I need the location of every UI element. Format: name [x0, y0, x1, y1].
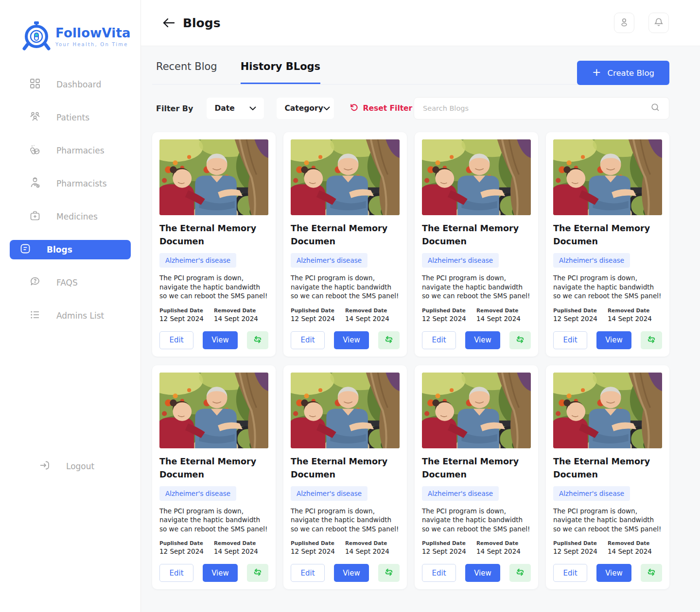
- blog-card-photo: [553, 373, 662, 448]
- view-button[interactable]: View: [334, 564, 369, 582]
- blog-card-actions: Edit View: [291, 331, 400, 349]
- category-dropdown-value: Category: [284, 104, 323, 113]
- blog-card-actions: Edit View: [291, 564, 400, 582]
- view-button[interactable]: View: [465, 564, 500, 582]
- sidebar-item-pharmacists[interactable]: Pharmacists: [10, 174, 131, 193]
- edit-button[interactable]: Edit: [159, 331, 193, 349]
- edit-button[interactable]: Edit: [291, 331, 325, 349]
- blog-description: The PCI program is down, navigate the ha…: [553, 273, 662, 301]
- removed-date-value: 14 Sept 2024: [476, 315, 531, 323]
- blog-card: The Eternal Memory Documen Alzheimer's d…: [152, 132, 276, 357]
- logo: FollowVita Your Health, On Time: [0, 0, 140, 52]
- edit-button[interactable]: Edit: [159, 564, 193, 582]
- sidebar-item-admins-list[interactable]: Admins List: [10, 306, 131, 325]
- view-button[interactable]: View: [465, 331, 500, 349]
- blog-dates: Puplished Date 12 Sept 2024 Removed Date…: [553, 540, 662, 555]
- restore-button[interactable]: [378, 564, 400, 582]
- sidebar-item-dashboard[interactable]: Dashboard: [10, 75, 131, 94]
- restore-button[interactable]: [247, 331, 268, 349]
- blog-description: The PCI program is down, navigate the ha…: [422, 273, 531, 301]
- blog-description: The PCI program is down, navigate the ha…: [159, 507, 268, 534]
- bell-icon: [653, 17, 664, 29]
- restore-button[interactable]: [641, 564, 662, 582]
- sidebar-item-blogs[interactable]: Blogs: [10, 240, 131, 259]
- sidebar: FollowVita Your Health, On Time Dashboar…: [0, 0, 141, 612]
- logout-icon: [39, 459, 51, 473]
- restore-button[interactable]: [378, 331, 400, 349]
- tab-history-blogs[interactable]: History BLogs: [241, 61, 320, 84]
- tab-recent-blog[interactable]: Recent Blog: [156, 61, 217, 84]
- sidebar-item-label: Admins List: [56, 311, 104, 321]
- date-filter-dropdown[interactable]: Date: [207, 98, 264, 119]
- brand-name: FollowVita: [55, 26, 131, 40]
- blog-dates: Puplished Date 12 Sept 2024 Removed Date…: [422, 540, 531, 555]
- view-button[interactable]: View: [203, 564, 238, 582]
- blog-dates: Puplished Date 12 Sept 2024 Removed Date…: [291, 540, 400, 555]
- create-blog-button[interactable]: + Create Blog: [577, 61, 669, 85]
- search-box: [414, 97, 669, 119]
- sidebar-item-medicines[interactable]: Medicines: [10, 207, 131, 226]
- edit-button[interactable]: Edit: [553, 564, 587, 582]
- edit-button[interactable]: Edit: [422, 331, 456, 349]
- restore-button[interactable]: [509, 564, 531, 582]
- magnifier-icon[interactable]: [650, 102, 660, 114]
- back-arrow-icon[interactable]: [162, 17, 175, 29]
- blog-title: The Eternal Memory Documen: [422, 222, 531, 248]
- restore-button[interactable]: [509, 331, 531, 349]
- view-button[interactable]: View: [334, 331, 369, 349]
- sidebar-item-logout[interactable]: Logout: [19, 457, 94, 476]
- blog-card-photo: [159, 139, 268, 215]
- admins-list-icon: [29, 309, 41, 323]
- medicine-bag-icon: [29, 210, 41, 223]
- sidebar-item-label: Logout: [66, 461, 94, 471]
- removed-date-label: Removed Date: [345, 307, 400, 313]
- view-button[interactable]: View: [596, 331, 631, 349]
- blog-grid: The Eternal Memory Documen Alzheimer's d…: [152, 132, 669, 589]
- sidebar-item-pharmacies[interactable]: Pharmacies: [10, 141, 131, 160]
- removed-date-value: 14 Sept 2024: [345, 315, 400, 323]
- blog-category-tag: Alzheimer's disease: [553, 486, 630, 501]
- search-input[interactable]: [423, 104, 650, 112]
- blog-card-photo: [159, 373, 268, 448]
- repeat-arrows-icon: [384, 567, 394, 579]
- blog-card: The Eternal Memory Documen Alzheimer's d…: [546, 365, 669, 590]
- published-date-label: Puplished Date: [422, 307, 476, 313]
- published-date-value: 12 Sept 2024: [553, 315, 608, 323]
- published-date-label: Puplished Date: [291, 540, 345, 546]
- category-filter-dropdown[interactable]: Category: [277, 98, 334, 119]
- edit-button[interactable]: Edit: [553, 331, 587, 349]
- filter-by-label: Filter By: [156, 104, 193, 113]
- blog-category-tag: Alzheimer's disease: [291, 486, 368, 501]
- sidebar-item-label: FAQS: [56, 278, 78, 288]
- view-button[interactable]: View: [203, 331, 238, 349]
- create-blog-label: Create Blog: [607, 68, 654, 78]
- published-date-label: Puplished Date: [422, 540, 476, 546]
- sidebar-item-label: Dashboard: [56, 80, 101, 89]
- chevron-down-icon: [323, 104, 330, 113]
- removed-date-value: 14 Sept 2024: [214, 547, 268, 555]
- blog-title: The Eternal Memory Documen: [291, 455, 400, 481]
- removed-date-value: 14 Sept 2024: [608, 547, 662, 555]
- blog-card-actions: Edit View: [553, 331, 662, 349]
- blog-card-photo: [291, 373, 400, 448]
- notifications-button[interactable]: [648, 13, 669, 33]
- view-button[interactable]: View: [596, 564, 631, 582]
- user-icon: [619, 17, 630, 29]
- date-dropdown-value: Date: [214, 104, 234, 113]
- page-title: Blogs: [183, 16, 221, 30]
- sidebar-item-faqs[interactable]: FAQS: [10, 273, 131, 292]
- profile-button[interactable]: [614, 13, 634, 33]
- reset-filter-button[interactable]: Reset Filter: [350, 103, 412, 114]
- published-date-value: 12 Sept 2024: [291, 547, 345, 555]
- edit-button[interactable]: Edit: [422, 564, 456, 582]
- blog-dates: Puplished Date 12 Sept 2024 Removed Date…: [159, 307, 268, 323]
- repeat-arrows-icon: [515, 334, 525, 346]
- removed-date-label: Removed Date: [345, 540, 400, 546]
- patients-group-icon: [29, 111, 41, 124]
- sidebar-item-patients[interactable]: Patients: [10, 108, 131, 127]
- edit-button[interactable]: Edit: [291, 564, 325, 582]
- restore-button[interactable]: [641, 331, 662, 349]
- blog-card-actions: Edit View: [422, 331, 531, 349]
- blog-title: The Eternal Memory Documen: [159, 455, 268, 481]
- restore-button[interactable]: [247, 564, 268, 582]
